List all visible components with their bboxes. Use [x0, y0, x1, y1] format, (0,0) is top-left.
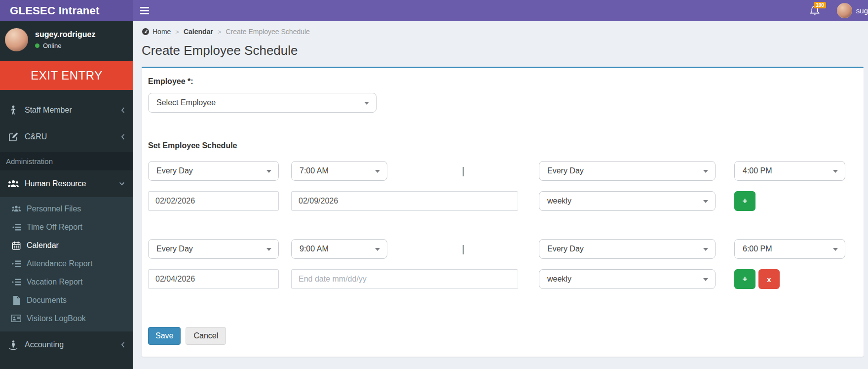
- chevron-left-icon: [120, 106, 125, 114]
- schedule-1-end-day-select[interactable]: Every Day: [539, 161, 716, 181]
- breadcrumb-separator: >: [175, 28, 179, 36]
- schedule-separator: |: [387, 244, 539, 255]
- user-status: Online: [35, 42, 95, 49]
- notification-badge: 100: [814, 2, 826, 8]
- sidebar-item-label: Staff Member: [25, 106, 72, 115]
- schedule-2-dates-row: weekly + x: [148, 269, 864, 289]
- schedule-1-frequency-select[interactable]: weekly: [539, 191, 716, 211]
- sidebar-item-staff-member[interactable]: Staff Member: [0, 97, 133, 123]
- sidebar-item-visitors-logbook[interactable]: Visitors LogBook: [0, 309, 133, 328]
- sidebar-item-cru[interactable]: C&RU: [0, 123, 133, 150]
- submenu-item-label: Vacation Report: [27, 278, 83, 287]
- caret-down-icon: [266, 170, 271, 173]
- user-name: sugey.rodriguez: [35, 30, 95, 39]
- sidebar-section-administration: Administration: [0, 152, 133, 170]
- caret-down-icon: [703, 200, 708, 203]
- schedule-1-end-date-input[interactable]: [291, 191, 518, 211]
- user-avatar: [5, 28, 28, 51]
- main-content: Home > Calendar > Create Employee Schedu…: [133, 21, 868, 369]
- submenu-item-label: Visitors LogBook: [27, 314, 86, 323]
- employee-label: Employee *:: [148, 77, 864, 86]
- breadcrumb-calendar[interactable]: Calendar: [184, 28, 213, 36]
- schedule-1-end-time-select[interactable]: 4:00 PM: [734, 161, 845, 181]
- address-card-icon: [11, 315, 22, 322]
- start-time-value: 9:00 AM: [300, 245, 329, 253]
- list-icon: [11, 278, 22, 286]
- person-podium-icon: [7, 340, 19, 350]
- schedule-1-times-row: Every Day 7:00 AM | Every Day 4:00 PM: [148, 161, 864, 181]
- caret-down-icon: [703, 248, 708, 251]
- schedule-separator: |: [387, 165, 539, 177]
- list-icon: [11, 223, 22, 231]
- sidebar-item-human-resource[interactable]: Human Resource: [0, 170, 133, 197]
- schedule-form-card: Employee *: Select Employee Set Employee…: [142, 67, 864, 357]
- sidebar: sugey.rodriguez Online EXIT ENTRY Staff …: [0, 21, 133, 369]
- caret-down-icon: [375, 248, 380, 251]
- start-day-value: Every Day: [156, 166, 193, 175]
- chevron-left-icon: [120, 341, 125, 349]
- hamburger-menu-icon[interactable]: [133, 0, 156, 21]
- sidebar-item-time-off-report[interactable]: Time Off Report: [0, 218, 133, 236]
- schedule-2-end-day-select[interactable]: Every Day: [539, 239, 716, 259]
- schedule-2-start-time-select[interactable]: 9:00 AM: [291, 239, 387, 259]
- sidebar-item-personnel-files[interactable]: Personnel Files: [0, 200, 133, 218]
- end-day-value: Every Day: [547, 245, 584, 253]
- sidebar-item-attendance-report[interactable]: Attendance Report: [0, 254, 133, 273]
- sidebar-item-vacation-report[interactable]: Vacation Report: [0, 273, 133, 291]
- schedule-2-end-time-select[interactable]: 6:00 PM: [734, 239, 845, 259]
- brand-title: GLESEC Intranet: [0, 0, 133, 21]
- end-day-value: Every Day: [547, 166, 584, 175]
- submenu-item-label: Attendance Report: [27, 259, 92, 268]
- schedule-2-times-row: Every Day 9:00 AM | Every Day 6:00 PM: [148, 239, 864, 259]
- sidebar-item-accounting[interactable]: Accounting: [0, 331, 133, 358]
- dashboard-icon: [142, 28, 150, 36]
- sidebar-item-documents[interactable]: Documents: [0, 291, 133, 309]
- sidebar-item-label: Human Resource: [25, 179, 86, 188]
- employee-select[interactable]: Select Employee: [148, 93, 377, 113]
- end-time-value: 6:00 PM: [743, 245, 772, 253]
- add-schedule-button[interactable]: +: [734, 191, 755, 211]
- start-time-value: 7:00 AM: [300, 166, 329, 175]
- schedule-1-start-day-select[interactable]: Every Day: [148, 161, 279, 181]
- navbar-user-label[interactable]: sug: [856, 6, 868, 15]
- sidebar-menu: Staff Member C&RU: [0, 97, 133, 150]
- sidebar-item-calendar[interactable]: Calendar: [0, 236, 133, 254]
- cancel-button[interactable]: Cancel: [186, 327, 226, 345]
- notifications-button[interactable]: 100: [809, 5, 820, 17]
- submenu-item-label: Calendar: [27, 241, 59, 250]
- remove-schedule-button[interactable]: x: [758, 269, 780, 289]
- online-status-dot: [35, 43, 39, 48]
- sidebar-item-label: Accounting: [25, 340, 64, 349]
- schedule-1-start-time-select[interactable]: 7:00 AM: [291, 161, 387, 181]
- caret-down-icon: [375, 170, 380, 173]
- start-day-value: Every Day: [156, 245, 193, 253]
- form-actions: Save Cancel: [148, 327, 864, 345]
- caret-down-icon: [703, 170, 708, 173]
- schedule-1-dates-row: weekly +: [148, 191, 864, 211]
- list-icon: [11, 260, 22, 268]
- sidebar-item-label: C&RU: [25, 132, 47, 141]
- page-title: Create Employee Schedule: [142, 43, 868, 58]
- schedule-2-end-date-input[interactable]: [291, 269, 518, 289]
- navbar-avatar[interactable]: [837, 3, 852, 18]
- sidebar-item-partial[interactable]: [0, 366, 133, 369]
- navbar-right: 100 sug: [809, 0, 868, 21]
- file-icon: [11, 296, 22, 305]
- breadcrumb-current: Create Employee Schedule: [226, 28, 309, 36]
- caret-down-icon: [703, 278, 708, 281]
- schedule-2-frequency-select[interactable]: weekly: [539, 269, 716, 289]
- caret-down-icon: [833, 170, 838, 173]
- person-icon: [7, 105, 19, 115]
- breadcrumb-home[interactable]: Home: [142, 28, 171, 36]
- frequency-value: weekly: [547, 275, 571, 284]
- save-button[interactable]: Save: [148, 327, 181, 345]
- schedule-2-start-day-select[interactable]: Every Day: [148, 239, 279, 259]
- exit-entry-button[interactable]: EXIT ENTRY: [0, 61, 133, 90]
- users-icon: [11, 205, 22, 212]
- schedule-1-start-date-input[interactable]: [148, 191, 279, 211]
- schedule-2-start-date-input[interactable]: [148, 269, 279, 289]
- employee-select-value: Select Employee: [156, 98, 216, 107]
- top-navbar: GLESEC Intranet 100 sug: [0, 0, 868, 21]
- add-schedule-button[interactable]: +: [734, 269, 755, 289]
- chevron-left-icon: [120, 133, 125, 141]
